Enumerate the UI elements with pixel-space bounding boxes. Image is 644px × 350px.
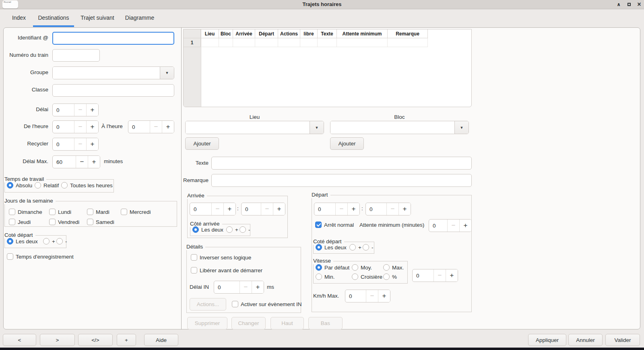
plus-button[interactable]: + bbox=[459, 220, 471, 232]
radio-croisiere[interactable]: Croisière bbox=[352, 273, 382, 280]
checkbox-icon[interactable] bbox=[121, 209, 127, 215]
annuler-button[interactable]: Annuler bbox=[568, 334, 603, 346]
attente-minimum-value[interactable]: 0 bbox=[429, 220, 447, 232]
bloc-combobox[interactable]: ▼ bbox=[330, 121, 469, 134]
radio-icon[interactable] bbox=[43, 238, 50, 244]
vitesse-spinbox[interactable]: 0 − + bbox=[412, 269, 458, 282]
radio-icon[interactable] bbox=[316, 244, 322, 251]
identifiant-input[interactable] bbox=[52, 32, 174, 45]
plus-button[interactable]: + bbox=[88, 156, 100, 168]
radio-icon[interactable] bbox=[349, 244, 356, 251]
plus-button[interactable]: + bbox=[223, 203, 235, 215]
radio-absolu[interactable]: Absolu bbox=[7, 182, 32, 188]
header-texte[interactable]: Texte bbox=[318, 29, 337, 38]
cell-depart[interactable] bbox=[255, 38, 278, 47]
checkbox-icon[interactable] bbox=[232, 301, 238, 307]
minus-button[interactable]: − bbox=[76, 156, 88, 168]
cell-attente[interactable] bbox=[337, 38, 388, 47]
groupe-dropdown-button[interactable]: ▼ bbox=[160, 67, 174, 79]
a-lheure-value[interactable]: 0 bbox=[128, 121, 150, 133]
recycler-value[interactable]: 0 bbox=[53, 138, 74, 150]
minus-button[interactable]: − bbox=[335, 203, 347, 215]
checkbox-inverser-sens-logique[interactable]: Inverser sens logique bbox=[191, 254, 251, 261]
radio-par-defaut[interactable]: Par défaut bbox=[316, 264, 349, 271]
checkbox-mardi[interactable]: Mardi bbox=[87, 209, 109, 215]
groupe-input[interactable] bbox=[53, 67, 160, 79]
radio-relatif[interactable]: Relatif bbox=[35, 182, 59, 188]
delai-max-value[interactable]: 60 bbox=[53, 156, 76, 168]
minus-button[interactable]: − bbox=[433, 269, 446, 282]
kmh-max-spinbox[interactable]: 0 − + bbox=[345, 290, 390, 302]
radio-icon[interactable] bbox=[192, 226, 199, 233]
checkbox-lundi[interactable]: Lundi bbox=[49, 209, 71, 215]
header-arrivee[interactable]: Arrivée bbox=[233, 29, 255, 38]
header-bloc[interactable]: Bloc bbox=[219, 29, 233, 38]
checkbox-icon[interactable] bbox=[49, 219, 56, 225]
radio-icon[interactable] bbox=[7, 182, 13, 188]
cell-lieu[interactable] bbox=[201, 38, 219, 47]
radio-icon[interactable] bbox=[383, 273, 390, 280]
radio-les-deux[interactable]: Les deux bbox=[7, 238, 38, 244]
radio-icon[interactable] bbox=[352, 264, 358, 271]
destinations-table[interactable]: Lieu Bloc Arrivée Départ Actions libre T… bbox=[183, 29, 472, 107]
appliquer-button[interactable]: Appliquer bbox=[528, 334, 566, 346]
delai-value[interactable]: 0 bbox=[53, 104, 74, 116]
lieu-input[interactable] bbox=[186, 121, 310, 134]
recycler-spinbox[interactable]: 0 − + bbox=[52, 138, 99, 151]
plus-button[interactable]: + bbox=[86, 121, 98, 133]
checkbox-temps-enregistrement[interactable]: Temps d'enregistrement bbox=[7, 253, 74, 260]
tab-trajet-suivant[interactable]: Trajet suivant bbox=[79, 9, 116, 27]
radio-icon[interactable] bbox=[316, 273, 322, 280]
de-lheure-spinbox[interactable]: 0 − + bbox=[52, 120, 99, 133]
checkbox-icon[interactable] bbox=[315, 222, 322, 228]
lieu-dropdown-button[interactable]: ▼ bbox=[310, 121, 324, 134]
header-lieu[interactable]: Lieu bbox=[201, 29, 219, 38]
radio-depart-moins[interactable]: - bbox=[363, 244, 374, 251]
plus-button[interactable]: + bbox=[378, 290, 390, 302]
kmh-max-value[interactable]: 0 bbox=[345, 290, 366, 302]
table-row[interactable]: 1 bbox=[184, 38, 428, 47]
plus-button[interactable]: + bbox=[252, 281, 264, 293]
checkbox-icon[interactable] bbox=[49, 209, 56, 215]
cell-texte[interactable] bbox=[318, 38, 337, 47]
close-icon[interactable]: × bbox=[634, 0, 644, 9]
a-lheure-spinbox[interactable]: 0 − + bbox=[128, 120, 174, 133]
minus-button[interactable]: − bbox=[447, 220, 459, 232]
remarque-input[interactable] bbox=[211, 174, 472, 187]
radio-depart-plus[interactable]: + bbox=[349, 244, 361, 251]
checkbox-icon[interactable] bbox=[9, 219, 15, 225]
arrivee-minute-value[interactable]: 0 bbox=[242, 203, 261, 215]
radio-toutes-les-heures[interactable]: Toutes les heures bbox=[61, 182, 113, 188]
radio-arrivee-les-deux[interactable]: Les deux bbox=[192, 226, 223, 233]
cell-bloc[interactable] bbox=[219, 38, 233, 47]
checkbox-icon[interactable] bbox=[7, 253, 13, 260]
tab-index[interactable]: Index bbox=[7, 9, 31, 27]
checkbox-icon[interactable] bbox=[191, 267, 197, 273]
checkbox-samedi[interactable]: Samedi bbox=[87, 219, 114, 225]
header-depart[interactable]: Départ bbox=[255, 29, 278, 38]
plus-button[interactable]: + bbox=[446, 269, 458, 282]
checkbox-icon[interactable] bbox=[87, 219, 93, 225]
tab-diagramme[interactable]: Diagramme bbox=[122, 9, 157, 27]
radio-icon[interactable] bbox=[383, 264, 390, 271]
radio-icon[interactable] bbox=[56, 238, 63, 244]
plus-button[interactable]: + bbox=[162, 121, 174, 133]
bloc-dropdown-button[interactable]: ▼ bbox=[454, 121, 469, 134]
checkbox-dimanche[interactable]: Dimanche bbox=[9, 209, 42, 215]
depart-hour-spinbox[interactable]: 0 − + bbox=[314, 203, 360, 215]
checkbox-jeudi[interactable]: Jeudi bbox=[9, 219, 31, 225]
xml-button[interactable]: </> bbox=[78, 334, 113, 346]
maximize-icon[interactable] bbox=[624, 0, 634, 9]
minimize-icon[interactable]: ∧ bbox=[613, 0, 624, 9]
radio-icon[interactable] bbox=[363, 244, 369, 251]
header-remarque[interactable]: Remarque bbox=[388, 29, 428, 38]
radio-icon[interactable] bbox=[352, 273, 358, 280]
bloc-ajouter-button[interactable]: Ajouter bbox=[330, 137, 364, 150]
radio-pourcent[interactable]: % bbox=[383, 273, 397, 280]
plus-button[interactable]: + bbox=[86, 104, 98, 116]
attente-minimum-spinbox[interactable]: 0 − + bbox=[429, 219, 472, 232]
checkbox-activer-evenement-in[interactable]: Activer sur évènement IN bbox=[232, 301, 302, 307]
minus-button[interactable]: − bbox=[211, 203, 223, 215]
minus-button[interactable]: − bbox=[366, 290, 378, 302]
prev-button[interactable]: < bbox=[3, 334, 36, 346]
